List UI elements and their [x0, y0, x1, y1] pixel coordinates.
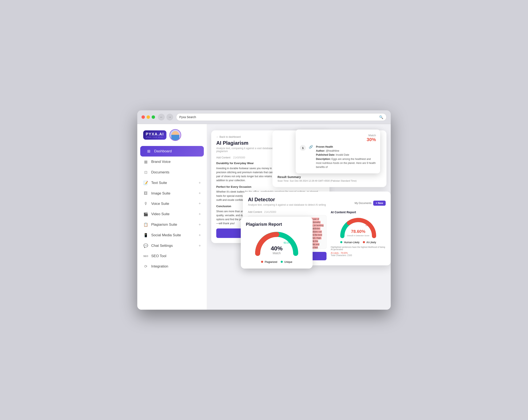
total-chars: Total Characters: 2163 — [331, 254, 386, 257]
ai-char-count: 2141/5000 — [264, 211, 276, 214]
svg-text:78.6%: 78.6% — [365, 225, 371, 227]
ai-legend: Human-Likely AI-Likely — [331, 241, 386, 244]
ai-gauge-svg: 78.60% Overall AI Detection Score 78.6% — [339, 216, 377, 239]
sidebar-logo: PYXA.AI SPEAK YOUR MIND! — [137, 129, 207, 146]
sidebar-item-label: Dashboard — [154, 149, 198, 153]
integration-icon: ⟳ — [143, 264, 148, 269]
sidebar-item-voice-suite[interactable]: 🎙 Voice Suite + — [137, 199, 207, 209]
expand-icon: + — [199, 202, 201, 206]
sidebar-item-plagiarism-suite[interactable]: 📋 Plagiarism Suite + — [137, 219, 207, 230]
author-value: @healthline — [326, 149, 339, 152]
sidebar-item-social-media[interactable]: 📱 Social Media Suite + — [137, 230, 207, 240]
match-result-row: 1 🔗 Proven Health Author: @healthline Pu… — [300, 145, 376, 169]
minimize-button[interactable] — [147, 115, 150, 119]
scan-time: Scan Time: Sun Dec 08 2024 12:28:49 GMT+… — [277, 180, 381, 182]
close-button[interactable] — [142, 115, 145, 119]
plagiarized-legend-popup: Plagiarized — [261, 261, 277, 263]
expand-icon: + — [199, 212, 201, 216]
brand-voice-icon: ▦ — [143, 159, 148, 164]
unique-legend-popup: Unique — [281, 261, 292, 263]
sidebar-item-label: Image Suite — [151, 191, 196, 195]
sidebar-item-label: Social Media Suite — [151, 233, 196, 237]
sidebar-item-label: Video Suite — [151, 212, 196, 216]
ai-detector-title: AI Detector — [248, 197, 326, 203]
published-label: Published Date: — [316, 153, 335, 156]
match-popup: Match 30% 1 🔗 Proven Health Author: @hea… — [296, 130, 380, 173]
traffic-lights — [142, 115, 155, 119]
main-content: ← Back to dashboard AI Plagiarism Analyz… — [207, 124, 391, 310]
result-summary-title: Result Summary — [277, 175, 381, 179]
expand-icon: + — [199, 244, 201, 248]
sidebar-item-label: SEO Tool — [151, 254, 201, 258]
svg-text:Overall AI Detection Score: Overall AI Detection Score — [347, 235, 369, 237]
seo-tool-icon: SEO — [143, 255, 148, 257]
sidebar-item-dashboard[interactable]: ⊞ Dashboard — [140, 146, 204, 157]
documents-icon: ⊡ — [143, 170, 148, 175]
ai-card-header: AI Detector Analyze text, comparing it a… — [248, 197, 386, 210]
expand-icon: + — [199, 181, 201, 185]
sidebar-item-video-suite[interactable]: 🎬 Video Suite + — [137, 209, 207, 219]
back-button[interactable]: ← — [158, 114, 165, 120]
new-button[interactable]: + New — [373, 201, 386, 206]
sidebar-item-label: Voice Suite — [151, 202, 196, 206]
sidebar-item-integration[interactable]: ⟳ Integration — [137, 261, 207, 272]
char-count: 2143/5000 — [233, 156, 245, 159]
plagiarism-suite-icon: 📋 — [143, 222, 148, 227]
sidebar-item-image-suite[interactable]: 🖼 Image Suite + — [137, 188, 207, 199]
sidebar-item-label: Chat Settings — [151, 244, 196, 248]
result-name: Proven Health — [316, 145, 333, 148]
sidebar: PYXA.AI SPEAK YOUR MIND! ⊞ Dashboard ▦ B… — [137, 124, 207, 310]
search-text: Pyxa Search — [179, 115, 196, 119]
search-icon: 🔍 — [379, 115, 383, 119]
ai-legend-item: AI-Likely — [363, 241, 376, 244]
fullscreen-button[interactable] — [152, 115, 155, 119]
highlighted-note: Highlighted sentences have the highest l… — [331, 246, 386, 251]
avatar-person — [171, 131, 179, 140]
sidebar-item-seo-tool[interactable]: SEO SEO Tool — [137, 251, 207, 261]
match-info: Proven Health Author: @healthline Publis… — [316, 145, 376, 169]
ai-right-panel: AI Content Report 78.60% Overall AI Dete… — [331, 211, 386, 260]
match-result-num: 1 — [300, 145, 306, 151]
address-bar[interactable]: Pyxa Search 🔍 — [176, 113, 386, 121]
app-body: PYXA.AI SPEAK YOUR MIND! ⊞ Dashboard ▦ B… — [137, 124, 391, 310]
dashboard-icon: ⊞ — [146, 149, 151, 154]
plag-popup-gauge: 40% Match 60.0% — [253, 230, 300, 258]
sidebar-item-label: Text Suite — [151, 181, 196, 185]
my-documents-button[interactable]: My Documents — [355, 202, 372, 205]
sidebar-item-label: Brand Voice — [151, 160, 201, 164]
sidebar-item-chat-settings[interactable]: 💬 Chat Settings + — [137, 240, 207, 251]
voice-suite-icon: 🎙 — [143, 202, 148, 206]
logo-sub-text: SPEAK YOUR MIND! — [146, 136, 163, 138]
sidebar-item-label: Plagiarism Suite — [151, 223, 196, 227]
sidebar-item-documents[interactable]: ⊡ Documents — [137, 167, 207, 178]
human-legend: Human-Likely — [340, 241, 360, 244]
expand-icon: + — [199, 191, 201, 195]
result-summary: Result Summary Scan Time: Sun Dec 08 202… — [277, 175, 381, 182]
svg-text:40%: 40% — [271, 245, 283, 252]
match-value: 30% — [367, 137, 376, 142]
ai-report-title: AI Content Report — [331, 211, 386, 214]
popup-legend: Plagiarized Unique — [246, 261, 308, 263]
video-suite-icon: 🎬 — [143, 212, 148, 216]
gauge-container: 40% Match 60.0% — [246, 230, 308, 258]
ai-likely-pct: AI Likely - 78.60% — [331, 252, 386, 254]
author-label: Author: — [316, 149, 325, 152]
match-label: Match — [367, 134, 376, 137]
sidebar-item-text-suite[interactable]: 📝 Text Suite + — [137, 178, 207, 188]
ai-detector-subtitle: Analyze text, comparing it against a vas… — [248, 203, 326, 206]
social-media-icon: 📱 — [143, 233, 148, 238]
forward-button[interactable]: → — [167, 114, 173, 120]
ai-add-content-label: Add Content 2141/5000 — [248, 211, 326, 214]
sidebar-item-brand-voice[interactable]: ▦ Brand Voice — [137, 157, 207, 167]
text-suite-icon: 📝 — [143, 181, 148, 185]
expand-icon: + — [199, 223, 201, 227]
svg-text:60.0%: 60.0% — [284, 241, 291, 244]
svg-text:Match: Match — [273, 251, 281, 255]
chat-settings-icon: 💬 — [143, 243, 148, 248]
published-value: Invalid Date — [336, 153, 349, 156]
avatar[interactable] — [169, 129, 181, 141]
image-suite-icon: 🖼 — [143, 191, 148, 195]
browser-chrome: ← → Pyxa Search 🔍 — [137, 110, 391, 124]
match-link-icon: 🔗 — [309, 145, 313, 149]
plagiarism-report-popup: Plagiarism Report 40% Match 60.0% — [241, 217, 312, 269]
